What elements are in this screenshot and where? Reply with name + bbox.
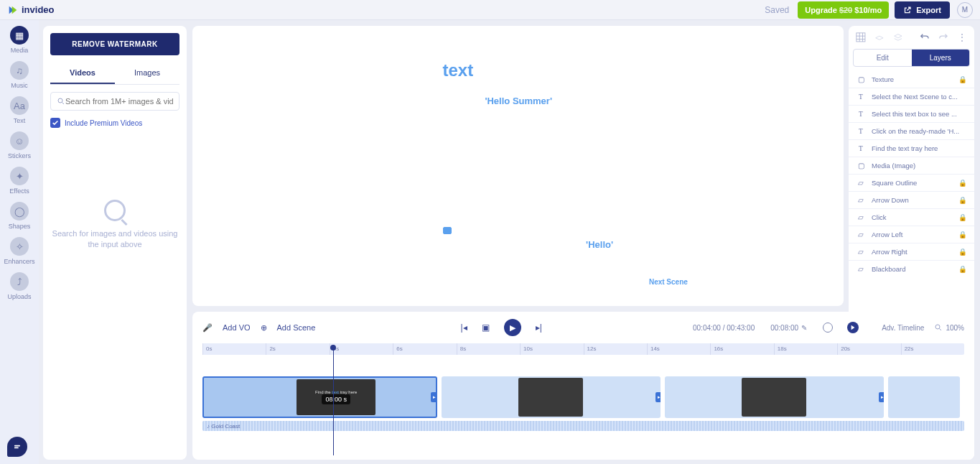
layer-type-icon: ▱ bbox=[856, 179, 866, 187]
search-input[interactable] bbox=[65, 97, 173, 106]
preview-button[interactable] bbox=[847, 322, 859, 333]
search-icon bbox=[57, 97, 65, 106]
playhead[interactable] bbox=[333, 345, 334, 455]
layer-label: Select the Next Scene to c... bbox=[872, 93, 958, 101]
rail-item-uploads[interactable]: ⤴Uploads bbox=[0, 272, 39, 300]
layer-up-icon[interactable] bbox=[874, 32, 885, 43]
fx-icon: ✦ bbox=[10, 167, 29, 185]
sparkle-icon: ✧ bbox=[10, 237, 29, 256]
rail-item-music[interactable]: ♫Music bbox=[0, 61, 39, 89]
avatar[interactable]: M bbox=[957, 2, 973, 18]
rail-item-text[interactable]: AaText bbox=[0, 96, 39, 124]
external-link-icon bbox=[903, 6, 912, 14]
layer-row[interactable]: TSelect this text box to see ... bbox=[849, 105, 974, 122]
layer-type-icon: T bbox=[856, 111, 866, 118]
rail-item-effects[interactable]: ✦Effects bbox=[0, 167, 39, 195]
layer-row[interactable]: ▢Media (Image) bbox=[849, 157, 974, 174]
svg-rect-1 bbox=[14, 447, 19, 449]
Aa-icon: Aa bbox=[10, 96, 29, 115]
layer-label: Blackboard bbox=[872, 265, 906, 273]
add-scene-button[interactable]: Add Scene bbox=[277, 323, 316, 332]
skip-back-icon[interactable]: |◂ bbox=[461, 323, 467, 333]
lock-icon: 🔒 bbox=[958, 196, 967, 204]
music-icon: ♫ bbox=[10, 61, 29, 80]
more-icon[interactable]: ⋮ bbox=[957, 32, 967, 43]
tab-images[interactable]: Images bbox=[115, 62, 179, 84]
play-button[interactable]: ▶ bbox=[504, 319, 521, 336]
empty-state: Search for images and videos using the i… bbox=[50, 200, 179, 251]
ruler-tick: 6s bbox=[393, 343, 456, 355]
layer-type-icon: ▢ bbox=[856, 162, 866, 170]
layer-row[interactable]: ▱Square Outline🔒 bbox=[849, 174, 974, 191]
layer-down-icon[interactable] bbox=[893, 32, 903, 43]
transition-icon[interactable]: ▸ bbox=[879, 392, 884, 402]
tab-videos[interactable]: Videos bbox=[50, 62, 115, 84]
scene-clip[interactable]: Find the text tray here 08:00 s ▸ bbox=[202, 376, 437, 418]
premium-checkbox-row[interactable]: Include Premium Videos bbox=[50, 118, 179, 128]
tab-layers[interactable]: Layers bbox=[912, 50, 970, 66]
layer-type-icon: ▱ bbox=[856, 248, 866, 256]
timecode-scene[interactable]: 00:08:00✎ bbox=[770, 324, 807, 332]
rail-item-stickers[interactable]: ☺Stickers bbox=[0, 131, 39, 159]
layer-row[interactable]: TClick on the ready-made 'H... bbox=[849, 122, 974, 139]
sticker-icon: ☺ bbox=[10, 131, 29, 150]
lock-icon: 🔒 bbox=[958, 231, 967, 238]
add-vo-button[interactable]: Add VO bbox=[223, 323, 251, 332]
squiggle-arrow-icon bbox=[689, 177, 717, 234]
saved-status: Saved bbox=[765, 5, 789, 15]
undo-icon[interactable] bbox=[920, 32, 930, 43]
layer-row[interactable]: ▱Arrow Down🔒 bbox=[849, 191, 974, 208]
layer-type-icon: T bbox=[856, 128, 866, 135]
chat-bubble-icon[interactable] bbox=[7, 437, 27, 457]
remove-watermark-button[interactable]: REMOVE WATERMARK bbox=[50, 33, 179, 55]
transition-icon[interactable]: ▸ bbox=[655, 392, 661, 402]
layer-row[interactable]: ▱Arrow Right🔒 bbox=[849, 243, 974, 260]
plus-icon: ⊕ bbox=[261, 323, 267, 333]
search-input-wrapper[interactable] bbox=[50, 92, 179, 111]
skip-forward-icon[interactable]: ▸| bbox=[536, 323, 542, 333]
audio-track[interactable]: ♪ Gold Coast bbox=[202, 421, 964, 431]
stage-subtext: Click on the ready-made 'Hello Summer' t… bbox=[375, 95, 553, 121]
layer-row[interactable]: TFind the text tray here bbox=[849, 139, 974, 157]
audio-name: Gold Coast bbox=[211, 423, 240, 430]
layer-row[interactable]: ▱Blackboard🔒 bbox=[849, 260, 974, 277]
scene-clip[interactable] bbox=[888, 376, 960, 418]
logo[interactable]: invideo bbox=[7, 4, 55, 16]
timeline: 🎤 Add VO ⊕ Add Scene |◂ ▣ ▶ ▸| 00:04:00 … bbox=[192, 312, 974, 460]
rail-item-media[interactable]: ▦Media bbox=[0, 26, 39, 54]
frame-icon[interactable]: ▣ bbox=[482, 323, 490, 333]
empty-text: Search for images and videos using the i… bbox=[50, 228, 179, 251]
tab-edit[interactable]: Edit bbox=[854, 50, 912, 66]
mic-icon: 🎤 bbox=[202, 323, 213, 333]
layer-type-icon: T bbox=[856, 93, 866, 101]
layer-row[interactable]: ▢Texture🔒 bbox=[849, 71, 974, 88]
logo-icon bbox=[7, 4, 19, 16]
redo-icon[interactable] bbox=[938, 32, 948, 43]
ruler-tick: 2s bbox=[266, 343, 329, 355]
lock-icon: 🔒 bbox=[958, 248, 967, 256]
scene-thumb bbox=[518, 378, 583, 417]
transition-icon[interactable]: ▸ bbox=[431, 392, 437, 402]
rail-item-shapes[interactable]: ◯Shapes bbox=[0, 202, 39, 230]
svg-rect-0 bbox=[14, 445, 20, 447]
scene-clip[interactable]: ▸ bbox=[665, 376, 884, 418]
ruler-tick: 16s bbox=[710, 343, 773, 355]
svg-rect-3 bbox=[857, 33, 865, 42]
scene-clip[interactable]: ▸ bbox=[442, 376, 661, 418]
adv-timeline-link[interactable]: Adv. Timeline bbox=[882, 324, 924, 332]
layer-row[interactable]: TSelect the Next Scene to c... bbox=[849, 88, 974, 105]
rail-item-enhancers[interactable]: ✧Enhancers bbox=[0, 237, 39, 265]
export-button[interactable]: Export bbox=[895, 1, 950, 19]
grid-icon[interactable] bbox=[856, 32, 866, 43]
logo-text: invideo bbox=[22, 4, 55, 15]
image-icon: ▦ bbox=[10, 26, 29, 45]
ruler[interactable]: 0s2s4s6s8s10s12s14s16s18s20s22s bbox=[202, 343, 964, 355]
clock-icon[interactable] bbox=[823, 323, 833, 333]
ruler-wrap[interactable]: 0s2s4s6s8s10s12s14s16s18s20s22s Find the… bbox=[202, 343, 964, 431]
upgrade-button[interactable]: Upgrade $20 $10/mo bbox=[798, 1, 889, 19]
stage[interactable]: Find the text tray here ✦ Click on the r… bbox=[299, 40, 737, 292]
layer-row[interactable]: ▱Click🔒 bbox=[849, 208, 974, 226]
zoom-control[interactable]: 100% bbox=[934, 323, 964, 332]
ruler-tick: 0s bbox=[202, 343, 266, 355]
layer-row[interactable]: ▱Arrow Left🔒 bbox=[849, 226, 974, 243]
